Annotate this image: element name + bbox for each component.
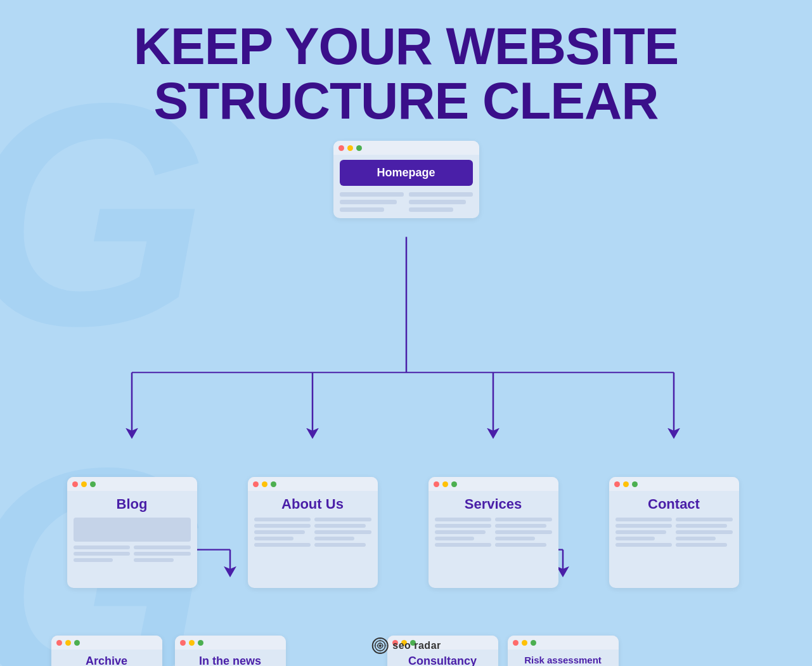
dot-green [271, 481, 276, 487]
dot-green [531, 640, 536, 646]
content-line [74, 545, 131, 549]
blog-title: Blog [74, 496, 191, 513]
consultancy-title: Consultancy [394, 655, 492, 666]
dot-red [180, 640, 186, 646]
contact-title: Contact [615, 496, 733, 513]
tree-area: Homepage [26, 134, 787, 666]
dot-red [338, 145, 344, 151]
seo-radar-logo: seo radar [371, 637, 441, 655]
content-line [435, 518, 492, 521]
contact-card: Contact [609, 477, 739, 588]
content-line [254, 537, 294, 540]
blog-body: Blog [67, 491, 197, 568]
main-title: KEEP YOUR WEBSITE STRUCTURE CLEAR [134, 19, 678, 128]
content-line [676, 543, 727, 547]
content-line [134, 552, 191, 556]
inthenews-title: In the news [181, 655, 280, 666]
dot-yellow [65, 640, 71, 646]
dot-green [451, 481, 457, 487]
dot-green [74, 640, 80, 646]
content-line [314, 537, 354, 540]
dot-red [614, 481, 620, 487]
blog-titlebar [67, 477, 197, 491]
about-card: About Us [248, 477, 378, 588]
dot-red [434, 481, 439, 487]
content-line [495, 518, 552, 521]
footer-brand: seo radar [392, 640, 441, 651]
blog-image-block [74, 518, 191, 542]
dot-yellow [189, 640, 195, 646]
content-line [409, 207, 454, 212]
content-line [676, 530, 733, 534]
content-line [676, 524, 727, 528]
content-line [615, 530, 667, 534]
dot-green [90, 481, 96, 487]
content-line [314, 524, 366, 528]
content-line [615, 543, 673, 547]
dot-green [198, 640, 203, 646]
title-line2: STRUCTURE CLEAR [134, 74, 678, 128]
radar-icon [371, 637, 389, 655]
content-line [340, 192, 404, 197]
content-line [134, 558, 174, 562]
content-line [340, 200, 397, 204]
homepage-titlebar [333, 141, 479, 155]
content-line [495, 530, 552, 534]
dot-green [632, 481, 638, 487]
archive-title: Archive [58, 655, 156, 666]
content-line [254, 518, 311, 521]
content-line [254, 543, 311, 547]
about-titlebar [248, 477, 378, 491]
about-body: About Us [248, 491, 378, 553]
inthenews-card: In the news [175, 636, 286, 666]
homepage-button: Homepage [340, 160, 473, 186]
content-line [435, 537, 475, 540]
content-line [615, 537, 655, 540]
content-line [134, 545, 191, 549]
content-line [409, 192, 473, 197]
content-line [495, 543, 546, 547]
content-line [314, 543, 366, 547]
content-line [314, 518, 371, 521]
riskassessment-title: Risk assessment [514, 655, 612, 665]
dot-yellow [81, 481, 87, 487]
dot-yellow [522, 640, 527, 646]
dot-red [56, 640, 62, 646]
inthenews-body: In the news [175, 650, 286, 666]
content-line [409, 200, 467, 204]
content-line [254, 530, 306, 534]
services-titlebar [429, 477, 558, 491]
content-line [495, 524, 546, 528]
riskassessment-body: Risk assessment [508, 650, 619, 666]
content-line [340, 207, 385, 212]
footer: seo radar [371, 637, 441, 655]
dot-red [253, 481, 259, 487]
content-line [435, 524, 492, 528]
dot-yellow [442, 481, 448, 487]
content-line [495, 537, 535, 540]
services-card: Services [429, 477, 558, 588]
homepage-card: Homepage [333, 141, 479, 218]
content-line [74, 558, 113, 562]
content-line [435, 543, 492, 547]
about-title: About Us [254, 496, 371, 513]
inthenews-titlebar [175, 636, 286, 650]
dot-yellow [262, 481, 267, 487]
content-line [435, 530, 486, 534]
dot-red [513, 640, 519, 646]
archive-card: Archive [51, 636, 162, 666]
dot-yellow [623, 481, 629, 487]
content-line [615, 524, 673, 528]
services-body: Services [429, 491, 558, 553]
services-title: Services [435, 496, 552, 513]
dot-yellow [347, 145, 353, 151]
title-line1: KEEP YOUR WEBSITE [134, 19, 678, 74]
content-line [676, 518, 733, 521]
blog-card: Blog [67, 477, 197, 588]
dot-red [72, 481, 78, 487]
dot-green [356, 145, 362, 151]
content-line [676, 537, 716, 540]
contact-titlebar [609, 477, 739, 491]
homepage-body: Homepage [333, 155, 479, 218]
riskassessment-card: Risk assessment [508, 636, 619, 666]
